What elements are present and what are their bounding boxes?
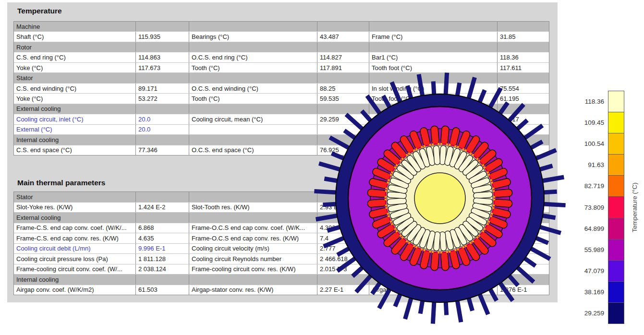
section-label-cell — [189, 192, 317, 202]
param-value-cell: 43.487 — [317, 32, 369, 41]
section-label-cell — [189, 275, 317, 285]
param-value-cell: 114.863 — [136, 52, 189, 62]
temperature-section-title: Temperature — [17, 7, 62, 15]
legend-color-bar — [608, 91, 624, 324]
section-label-cell — [369, 42, 498, 52]
legend-tick-label: 118.36 — [564, 91, 605, 112]
section-label-cell — [136, 135, 189, 144]
legend-color-band — [608, 260, 624, 281]
section-label-cell: Internal cooling — [14, 135, 136, 144]
legend-tick-label: 100.54 — [564, 133, 605, 154]
shaft — [414, 173, 465, 224]
legend-tick-label: 47.079 — [564, 261, 605, 282]
legend-tick-label: 64.899 — [564, 218, 605, 239]
param-value-cell: 1.424 E-2 — [136, 203, 189, 213]
param-label-cell[interactable]: External (°C) — [14, 125, 136, 134]
param-value-cell[interactable]: 20.0 — [136, 114, 189, 124]
param-value-cell: 1 811.128 — [136, 254, 189, 264]
legend-tick-label: 109.45 — [564, 112, 605, 133]
param-label-cell: Tooth (°C) — [189, 63, 317, 72]
section-label-cell — [189, 73, 317, 83]
legend-color-band — [608, 218, 624, 239]
legend-axis-title: Temperature (°C) — [628, 91, 641, 324]
legend-tick-label: 73.809 — [564, 197, 605, 218]
section-label-cell: Machine — [14, 22, 136, 31]
legend-color-band — [608, 91, 624, 112]
legend-color-band — [608, 281, 624, 302]
param-value-cell: 53.272 — [136, 94, 189, 103]
section-label-cell: Internal cooling — [14, 275, 136, 285]
motor-cross-section-diagram — [301, 59, 579, 335]
param-label-cell: C.S. end ring (°C) — [14, 52, 136, 62]
param-value-cell: 6.868 — [136, 223, 189, 233]
section-label-cell — [369, 22, 498, 31]
param-label-cell: Frame-O.C.S end cap conv. coef. (W/K... — [189, 223, 317, 233]
section-label-cell — [189, 104, 317, 114]
param-value-cell: 77.346 — [136, 145, 189, 155]
param-label-cell: Slot-Tooth res. (K/W) — [189, 203, 317, 213]
param-label-cell: Frame (°C) — [369, 32, 498, 41]
param-label-cell: Frame-C.S. end cap conv. coef. (W/K/... — [14, 223, 136, 233]
legend-color-band — [608, 154, 624, 175]
param-value-cell: 89.171 — [136, 84, 189, 93]
param-value-cell: 4.635 — [136, 233, 189, 243]
section-header-row: Rotor — [14, 42, 549, 52]
legend-tick-label: 29.259 — [564, 303, 605, 324]
main-thermal-parameters-title: Main thermal parameters — [17, 179, 106, 187]
param-label-cell — [189, 125, 317, 134]
param-label-cell: Cooling circuit velocity (m/s) — [189, 244, 317, 254]
param-label-cell: Cooling circuit, mean (°C) — [189, 114, 317, 124]
param-label-cell: O.C.S. end winding (°C) — [189, 84, 317, 93]
section-label-cell: External cooling — [14, 213, 136, 223]
section-header-row: Machine — [14, 22, 549, 32]
legend-tick-label: 55.989 — [564, 239, 605, 260]
param-label-cell: Tooth (°C) — [189, 94, 317, 103]
param-label-cell: C.S. end winding (°C) — [14, 84, 136, 93]
legend-tick-label: 38.169 — [564, 282, 605, 303]
param-label-cell: Yoke (°C) — [14, 63, 136, 72]
legend-tick-label: 82.719 — [564, 176, 605, 197]
legend-tick-labels: 118.36109.45100.5491.6382.71973.80964.89… — [564, 91, 605, 324]
section-label-cell — [317, 42, 369, 52]
section-label-cell — [189, 22, 317, 31]
section-label-cell — [136, 192, 189, 202]
legend-color-band — [608, 239, 624, 260]
param-label-cell[interactable]: Cooling circuit, inlet (°C) — [14, 114, 136, 124]
param-label-cell: Bearings (°C) — [189, 32, 317, 41]
section-label-cell — [136, 42, 189, 52]
section-label-cell: Stator — [14, 192, 136, 202]
legend-color-band — [608, 175, 624, 196]
param-value-cell: 117.673 — [136, 63, 189, 72]
param-label-cell[interactable]: Cooling circuit debit (L/mn) — [14, 244, 136, 254]
legend-color-band — [608, 112, 624, 133]
param-value-cell: 115.935 — [136, 32, 189, 41]
param-label-cell: Yoke (°C) — [14, 94, 136, 103]
param-value-cell[interactable]: 20.0 — [136, 125, 189, 134]
param-label-cell: O.C.S. end space (°C) — [189, 145, 317, 155]
section-label-cell — [189, 42, 317, 52]
param-value-cell: 61.503 — [136, 285, 189, 295]
param-value-cell: 2 038.124 — [136, 264, 189, 275]
legend-tick-label: 91.63 — [564, 155, 605, 176]
section-label-cell: Rotor — [14, 42, 136, 52]
section-label-cell — [136, 213, 189, 223]
param-label-cell: Airgap-stator conv. res. (K/W) — [189, 285, 317, 295]
section-label-cell: Stator — [14, 73, 136, 83]
param-label-cell: O.C.S. end ring (°C) — [189, 52, 317, 62]
app: { "titles": { "table1": "Temperature", "… — [0, 0, 644, 335]
param-label-cell: Shaft (°C) — [14, 32, 136, 41]
section-label-cell — [136, 73, 189, 83]
legend-color-band — [608, 302, 624, 324]
param-label-cell: Frame-O.C.S end cap conv. res. (K/W) — [189, 233, 317, 243]
param-label-cell: Cooling circuit Reynolds number — [189, 254, 317, 264]
legend-color-band — [608, 196, 624, 217]
section-label-cell — [136, 275, 189, 285]
param-label-cell: Cooling circuit pressure loss (Pa) — [14, 254, 136, 264]
legend-color-band — [608, 133, 624, 154]
param-value-cell[interactable]: 9.996 E-1 — [136, 244, 189, 254]
param-label-cell: Frame-C.S. end cap conv. res. (K/W) — [14, 233, 136, 243]
section-label-cell — [189, 213, 317, 223]
section-label-cell — [498, 42, 549, 52]
param-label-cell: Frame-cooling circuit conv. res. (K/W) — [189, 264, 317, 275]
section-label-cell — [189, 135, 317, 144]
